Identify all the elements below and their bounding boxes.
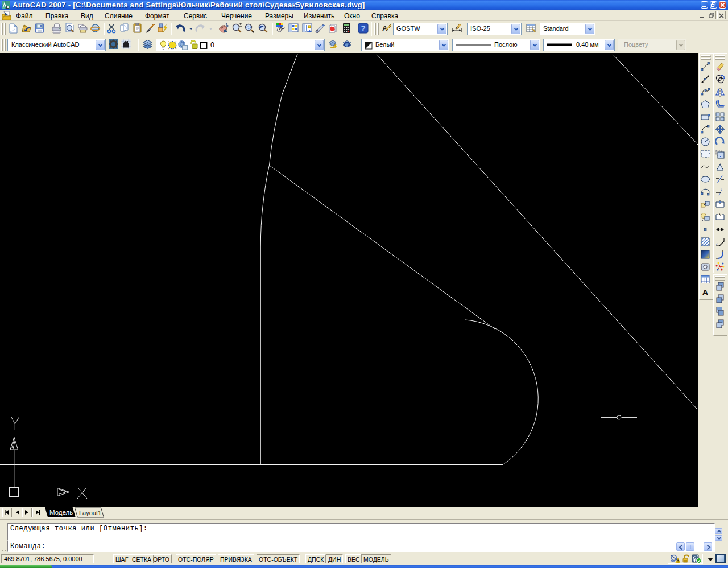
svg-text:?: ? [361,24,366,33]
svg-text:A: A [702,287,709,297]
